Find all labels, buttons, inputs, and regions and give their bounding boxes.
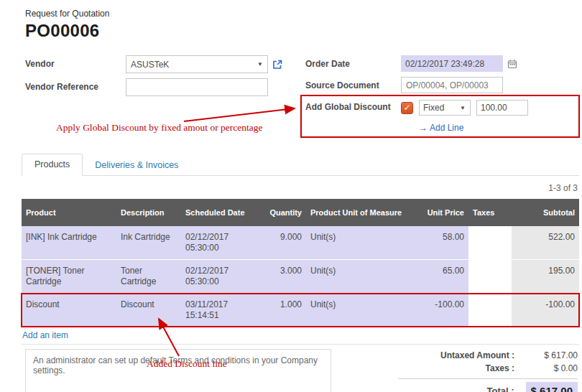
source-document-input[interactable] bbox=[401, 77, 503, 93]
cell-taxes bbox=[468, 294, 512, 327]
discount-type-value: Fixed bbox=[423, 103, 456, 113]
cell-subtotal: -100.00 bbox=[512, 294, 579, 327]
chevron-down-icon[interactable]: ▼ bbox=[253, 61, 267, 67]
cell-quantity: 1.000 bbox=[257, 294, 306, 327]
total-label: Total : bbox=[487, 386, 514, 392]
notebook-tabs: Products Deliveries & Invoices bbox=[22, 154, 579, 176]
order-date-value: 02/12/2017 23:49:28 bbox=[405, 59, 484, 69]
source-document-row: Source Document bbox=[305, 77, 579, 93]
taxes-row: Taxes : $ 0.00 bbox=[398, 362, 578, 375]
total-row: Total : $ 617.00 bbox=[398, 378, 578, 392]
global-discount-widgets: ✓ Fixed ▼ →Add Line bbox=[401, 98, 528, 133]
cell-uom: Unit(s) bbox=[306, 294, 414, 327]
vendor-row: Vendor ASUSTeK ▼ bbox=[25, 55, 305, 73]
chevron-down-icon[interactable]: ▼ bbox=[456, 105, 470, 111]
form-footer: An administrator can set up default Term… bbox=[25, 349, 579, 392]
cell-subtotal: 522.00 bbox=[512, 226, 579, 259]
cell-scheduled-date: 03/11/2017 15:14:51 bbox=[181, 294, 257, 327]
add-line-label: Add Line bbox=[430, 123, 463, 133]
cell-description: Ink Cartridge bbox=[116, 226, 181, 259]
cell-uom: Unit(s) bbox=[306, 260, 414, 293]
order-date-label: Order Date bbox=[305, 55, 401, 69]
cell-unit-price: 65.00 bbox=[414, 260, 468, 293]
table-header-row: Product Description Scheduled Date Quant… bbox=[22, 199, 579, 226]
cell-product: [INK] Ink Cartridge bbox=[22, 226, 116, 259]
rfq-window: Request for Quotation PO00006 Vendor ASU… bbox=[0, 0, 582, 392]
cell-scheduled-date: 02/12/2017 05:30:00 bbox=[181, 226, 257, 259]
cell-description: Discount bbox=[116, 294, 181, 327]
add-an-item-link[interactable]: Add an item bbox=[22, 330, 68, 340]
cell-taxes bbox=[468, 260, 512, 293]
annotation-text-global-discount: Apply Global Discount by fixed amout or … bbox=[56, 122, 263, 134]
total-value: $ 617.00 bbox=[526, 382, 578, 392]
global-discount-checkbox[interactable]: ✓ bbox=[401, 102, 413, 114]
order-date-row: Order Date 02/12/2017 23:49:28 bbox=[305, 55, 579, 72]
doc-type-label: Request for Quotation bbox=[25, 9, 579, 19]
rfq-sheet: Request for Quotation PO00006 Vendor ASU… bbox=[0, 0, 582, 392]
page-title: PO00006 bbox=[25, 21, 579, 41]
column-header-unit-price: Unit Price bbox=[414, 199, 468, 226]
taxes-value: $ 0.00 bbox=[526, 363, 578, 373]
table-row-toner-cartridge[interactable]: [TONER] Toner Cartridge Toner Cartridge … bbox=[22, 260, 579, 294]
column-header-subtotal: Subtotal bbox=[512, 199, 579, 226]
vendor-reference-label: Vendor Reference bbox=[25, 78, 126, 92]
add-line-link[interactable]: →Add Line bbox=[419, 123, 463, 133]
vendor-field: ASUSTeK ▼ bbox=[126, 55, 282, 73]
vendor-value: ASUSTeK bbox=[131, 60, 253, 70]
global-discount-row: Add Global Discount ✓ Fixed ▼ bbox=[305, 98, 579, 133]
discount-amount-input[interactable] bbox=[476, 100, 528, 116]
vendor-reference-row: Vendor Reference bbox=[25, 78, 305, 96]
form-right-column: Order Date 02/12/2017 23:49:28 bbox=[305, 55, 579, 138]
annotation-text-discount-line: Added Discount line bbox=[147, 358, 227, 370]
taxes-label: Taxes : bbox=[486, 363, 514, 373]
order-date-field: 02/12/2017 23:49:28 bbox=[401, 55, 517, 72]
order-lines-table: Product Description Scheduled Date Quant… bbox=[22, 199, 579, 345]
source-document-label: Source Document bbox=[305, 77, 401, 90]
cell-scheduled-date: 02/12/2017 05:30:00 bbox=[181, 260, 257, 293]
pager-range: 1-3 of 3 bbox=[25, 176, 579, 197]
global-discount-label: Add Global Discount bbox=[305, 98, 401, 112]
vendor-reference-input[interactable] bbox=[126, 78, 268, 96]
column-header-product: Product bbox=[22, 199, 116, 226]
calendar-icon[interactable] bbox=[507, 59, 517, 69]
table-row-ink-cartridge[interactable]: [INK] Ink Cartridge Ink Cartridge 02/12/… bbox=[22, 226, 579, 260]
cell-product: [TONER] Toner Cartridge bbox=[22, 260, 116, 293]
tab-deliveries-invoices[interactable]: Deliveries & Invoices bbox=[83, 155, 190, 176]
cell-quantity: 3.000 bbox=[257, 260, 306, 293]
cell-description: Toner Cartridge bbox=[116, 260, 181, 293]
external-link-icon[interactable] bbox=[272, 60, 282, 70]
totals-block: Untaxed Amount : $ 617.00 Taxes : $ 0.00… bbox=[398, 349, 579, 392]
table-row-discount[interactable]: Discount Discount 03/11/2017 15:14:51 1.… bbox=[22, 294, 579, 327]
cell-subtotal: 195.00 bbox=[512, 260, 579, 293]
column-header-quantity: Quantity bbox=[257, 199, 306, 226]
cell-unit-price: -100.00 bbox=[414, 294, 468, 327]
add-item-row: Add an item bbox=[22, 327, 579, 345]
column-header-taxes: Taxes bbox=[468, 199, 512, 226]
arrow-right-icon: → bbox=[419, 123, 428, 133]
add-line-row: →Add Line bbox=[419, 123, 528, 133]
terms-note: An administrator can set up default Term… bbox=[25, 349, 331, 392]
order-date-input[interactable]: 02/12/2017 23:49:28 bbox=[401, 55, 503, 72]
tab-products[interactable]: Products bbox=[22, 154, 83, 176]
column-header-description: Description bbox=[116, 199, 181, 226]
cell-uom: Unit(s) bbox=[306, 226, 414, 259]
vendor-label: Vendor bbox=[25, 55, 126, 69]
cell-unit-price: 58.00 bbox=[414, 226, 468, 259]
untaxed-amount-label: Untaxed Amount : bbox=[440, 350, 514, 360]
cell-taxes bbox=[468, 226, 512, 259]
vendor-select[interactable]: ASUSTeK ▼ bbox=[126, 55, 268, 73]
column-header-uom: Product Unit of Measure bbox=[306, 199, 414, 226]
untaxed-amount-value: $ 617.00 bbox=[526, 350, 578, 360]
cell-quantity: 9.000 bbox=[257, 226, 306, 259]
column-header-scheduled-date: Scheduled Date bbox=[181, 199, 257, 226]
discount-type-select[interactable]: Fixed ▼ bbox=[419, 100, 471, 116]
check-icon: ✓ bbox=[403, 103, 410, 113]
untaxed-amount-row: Untaxed Amount : $ 617.00 bbox=[398, 349, 578, 362]
global-discount-line: ✓ Fixed ▼ bbox=[401, 100, 528, 116]
cell-product: Discount bbox=[22, 294, 116, 327]
